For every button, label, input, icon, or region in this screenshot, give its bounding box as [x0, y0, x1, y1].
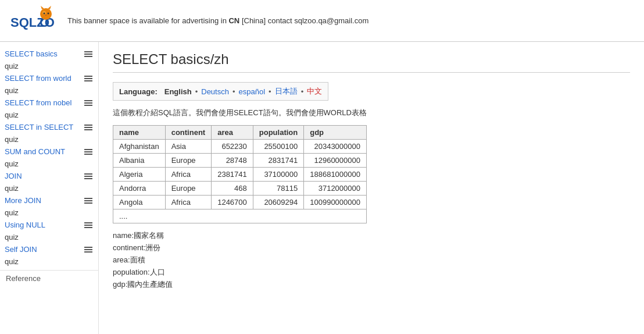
- sidebar-menu-icon-16[interactable]: [84, 247, 92, 253]
- sidebar-plain-13: quiz: [5, 208, 19, 217]
- sidebar-item-8[interactable]: SUM and COUNT: [0, 145, 98, 158]
- cell-area: 1246700: [212, 196, 253, 209]
- lang-chinese[interactable]: 中文: [307, 86, 322, 97]
- table-row: AndorraEurope468781153712000000: [113, 182, 367, 196]
- table-row: AfghanistanAsia6522302550010020343000000: [113, 140, 367, 154]
- table-row-ellipsis: ....: [113, 209, 367, 223]
- layout: SELECT basicsquizSELECT from worldquizSE…: [0, 42, 644, 334]
- col-header-continent: continent: [165, 126, 212, 140]
- cell-gdp: 100990000000: [304, 196, 367, 209]
- cell-name: Andorra: [113, 182, 166, 196]
- col-header-population: population: [253, 126, 303, 140]
- sidebar-plain-9: quiz: [5, 159, 19, 168]
- cell-area: 2381741: [212, 168, 253, 182]
- cell-population: 20609294: [253, 196, 303, 209]
- cell-name: Albania: [113, 154, 166, 168]
- field-desc: population:人口: [113, 267, 630, 278]
- sidebar-item-16[interactable]: Self JOIN: [0, 243, 98, 255]
- col-header-area: area: [212, 126, 253, 140]
- sidebar-item-7: quiz: [0, 133, 98, 145]
- svg-marker-5: [48, 6, 51, 9]
- lang-english[interactable]: English: [164, 87, 192, 96]
- sidebar-item-3: quiz: [0, 84, 98, 97]
- field-desc: gdp:國內生產總值: [113, 279, 630, 290]
- sidebar-item-10[interactable]: JOIN: [0, 170, 98, 182]
- sidebar-item-17: quiz: [0, 255, 98, 268]
- field-desc: name:國家名稱: [113, 230, 630, 241]
- sidebar-menu-icon-2[interactable]: [84, 76, 92, 81]
- cell-gdp: 20343000000: [304, 140, 367, 154]
- sidebar-item-15: quiz: [0, 231, 98, 243]
- sidebar-link-6[interactable]: SELECT in SELECT: [5, 123, 73, 132]
- sidebar-link-4[interactable]: SELECT from nobel: [5, 98, 71, 107]
- reference-section: Reference: [0, 270, 98, 286]
- svg-point-7: [48, 13, 49, 15]
- field-desc: area:面積: [113, 255, 630, 265]
- sidebar-link-16[interactable]: Self JOIN: [5, 245, 37, 254]
- cell-name: Afghanistan: [113, 140, 166, 154]
- sidebar-item-4[interactable]: SELECT from nobel: [0, 97, 98, 109]
- svg-point-6: [44, 13, 45, 15]
- lang-japanese[interactable]: 日本語: [275, 86, 298, 97]
- field-desc: continent:洲份: [113, 243, 630, 253]
- table-body: AfghanistanAsia6522302550010020343000000…: [113, 140, 367, 223]
- cell-population: 78115: [253, 182, 303, 196]
- table-header: namecontinentareapopulationgdp: [113, 126, 367, 140]
- sidebar-item-13: quiz: [0, 207, 98, 219]
- sidebar-item-2[interactable]: SELECT from world: [0, 72, 98, 84]
- sidebar-menu-icon-12[interactable]: [84, 198, 92, 204]
- sidebar-link-8[interactable]: SUM and COUNT: [5, 147, 65, 156]
- sidebar-item-11: quiz: [0, 182, 98, 194]
- sidebar-menu-icon-0[interactable]: [84, 51, 92, 57]
- logo-area: SQLZO O: [9, 5, 56, 37]
- sidebar-item-6[interactable]: SELECT in SELECT: [0, 121, 98, 133]
- sidebar-link-10[interactable]: JOIN: [5, 172, 22, 180]
- lang-deutsch[interactable]: Deutsch: [201, 87, 229, 96]
- sidebar-menu-icon-10[interactable]: [84, 173, 92, 179]
- svg-point-2: [40, 8, 52, 20]
- sidebar-menu-icon-8[interactable]: [84, 149, 92, 155]
- language-bar: Language: English • Deutsch • español • …: [113, 82, 328, 101]
- world-table: namecontinentareapopulationgdp Afghanist…: [113, 125, 367, 223]
- lang-espanol[interactable]: español: [239, 87, 266, 96]
- cell-area: 468: [212, 182, 253, 196]
- sidebar-link-12[interactable]: More JOIN: [5, 196, 41, 205]
- logo-icon: SQLZO O: [9, 5, 56, 37]
- cell-gdp: 188681000000: [304, 168, 367, 182]
- sidebar-link-2[interactable]: SELECT from world: [5, 74, 71, 83]
- sidebar-link-14[interactable]: Using NULL: [5, 221, 45, 229]
- cell-continent: Africa: [165, 168, 212, 182]
- table-row: AlbaniaEurope28748283174112960000000: [113, 154, 367, 168]
- sidebar-plain-11: quiz: [5, 184, 19, 193]
- cell-gdp: 3712000000: [304, 182, 367, 196]
- cell-continent: Asia: [165, 140, 212, 154]
- svg-marker-4: [41, 6, 44, 9]
- sidebar-plain-3: quiz: [5, 86, 19, 95]
- cell-population: 2831741: [253, 154, 303, 168]
- sidebar-item-14[interactable]: Using NULL: [0, 219, 98, 231]
- cell-area: 652230: [212, 140, 253, 154]
- table-row: AlgeriaAfrica238174137100000188681000000: [113, 168, 367, 182]
- sidebar-item-12[interactable]: More JOIN: [0, 194, 98, 207]
- ellipsis-cell: ....: [113, 209, 367, 223]
- col-header-name: name: [113, 126, 166, 140]
- sidebar-menu-icon-14[interactable]: [84, 222, 92, 228]
- sidebar-item-0[interactable]: SELECT basics: [0, 48, 98, 60]
- sidebar-menu-icon-6[interactable]: [84, 125, 92, 130]
- main-content: SELECT basics/zh Language: English • Deu…: [99, 42, 644, 334]
- cell-name: Algeria: [113, 168, 166, 182]
- table-row: AngolaAfrica124670020609294100990000000: [113, 196, 367, 209]
- sidebar-menu-icon-4[interactable]: [84, 100, 92, 106]
- cell-gdp: 12960000000: [304, 154, 367, 168]
- sidebar-plain-17: quiz: [5, 257, 19, 266]
- intro-text: 這個教程介紹SQL語言。我們會使用SELECT語句。我們會使用WORLD表格: [113, 108, 630, 118]
- svg-point-8: [45, 15, 46, 16]
- field-descriptions: name:國家名稱continent:洲份area:面積population:人…: [113, 230, 630, 290]
- cell-continent: Europe: [165, 182, 212, 196]
- sidebar-items-container: SELECT basicsquizSELECT from worldquizSE…: [0, 48, 98, 268]
- sidebar: SELECT basicsquizSELECT from worldquizSE…: [0, 42, 99, 334]
- sidebar-item-9: quiz: [0, 158, 98, 170]
- sidebar-link-0[interactable]: SELECT basics: [5, 49, 58, 58]
- cell-continent: Africa: [165, 196, 212, 209]
- cell-continent: Europe: [165, 154, 212, 168]
